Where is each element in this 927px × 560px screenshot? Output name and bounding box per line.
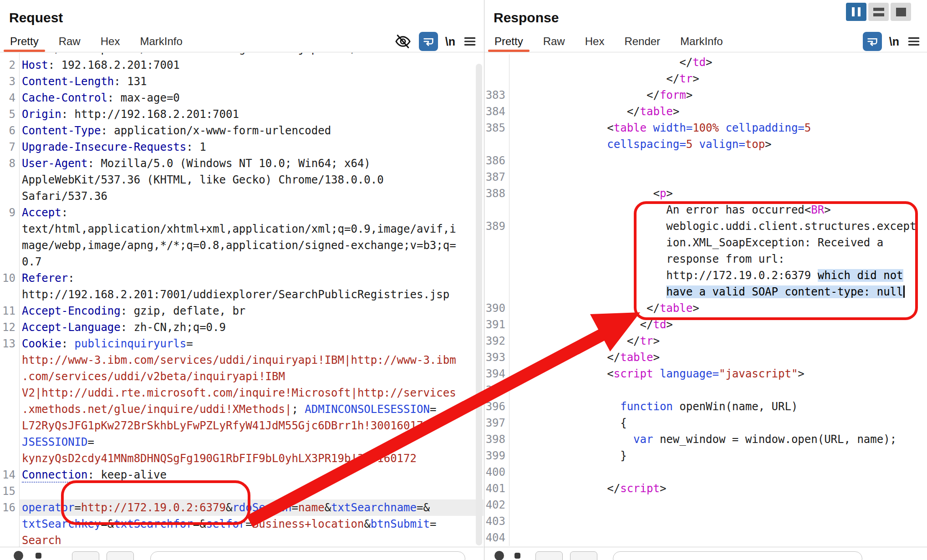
pause-icon[interactable]: [846, 3, 866, 21]
tab-markinfo[interactable]: MarkInfo: [680, 31, 723, 52]
code-line: </td>: [484, 54, 927, 71]
search-icon[interactable]: [14, 551, 23, 560]
code-line: 396 function openWin(name, URL): [484, 398, 927, 415]
code-line: 4Cache-Control: max-age=0: [0, 90, 484, 106]
code-line: 401 </script>: [484, 480, 927, 497]
code-line: mage/webp,image/apng,*/*;q=0.8,applicati…: [0, 237, 484, 254]
code-line: http://192.168.2.201:7001/uddiexplorer/S…: [0, 286, 484, 303]
code-line: 388 <p>: [484, 185, 927, 202]
tab-raw[interactable]: Raw: [543, 31, 565, 52]
response-tabs: PrettyRawHexRenderMarkInfo: [494, 31, 743, 52]
filter-icon[interactable]: [36, 553, 41, 559]
response-toolbar: PrettyRawHexRenderMarkInfo \n: [484, 31, 927, 52]
split-horizontal-icon[interactable]: [868, 3, 889, 21]
search-input[interactable]: [150, 551, 465, 560]
code-line: 402: [484, 497, 927, 513]
tab-render[interactable]: Render: [624, 31, 660, 52]
filter-icon[interactable]: [514, 553, 520, 559]
code-line: AppleWebKit/537.36 (KHTML, like Gecko) C…: [0, 172, 484, 188]
word-wrap-icon[interactable]: [863, 32, 882, 51]
response-code: </td> </tr>383 </form>384 </table>385 <t…: [484, 54, 927, 546]
code-line: .xmethods.net/glue/inquire/uddi!XMethods…: [0, 401, 484, 417]
code-line: L72RyQsJFG1pKw272BrSkhbLyFwPZLyRfyW41JdM…: [0, 417, 484, 434]
maximize-icon[interactable]: [891, 3, 911, 21]
code-line: 404: [484, 529, 927, 546]
code-line: text/html,application/xhtml+xml,applicat…: [0, 221, 484, 237]
code-line: 10Referer:: [0, 270, 484, 286]
code-line: 400: [484, 464, 927, 480]
code-line: txtSearchkey=&txtSearchfor=&selfor=Busin…: [0, 516, 484, 532]
code-line: 391 </td>: [484, 316, 927, 333]
window-controls: [846, 3, 911, 21]
code-line: 6Content-Type: application/x-www-form-ur…: [0, 122, 484, 139]
code-line: kynzyQsD2cdy41MNm8DHNQSgFg190G1RbFIF9bL0…: [0, 450, 484, 467]
code-line: 13Cookie: publicinquiryurls=: [0, 336, 484, 352]
search-icon[interactable]: [494, 551, 504, 560]
code-line: 8User-Agent: Mozilla/5.0 (Windows NT 10.…: [0, 155, 484, 172]
menu-icon[interactable]: [463, 34, 477, 49]
request-scrollbar[interactable]: [476, 64, 482, 545]
code-line: .com/services/uddi/v2beta/inquiryapi!IBM: [0, 368, 484, 385]
code-line: V2|http://uddi.rte.microsoft.com/inquire…: [0, 385, 484, 401]
hide-eye-icon[interactable]: [394, 33, 412, 50]
code-line: 0.7: [0, 254, 484, 270]
request-editor[interactable]: 1POST /uddiexplorer/SearchPublicRegistri…: [0, 53, 484, 547]
code-line: 383 </form>: [484, 87, 927, 103]
code-line: Search: [0, 532, 484, 547]
response-bottom-bar: [484, 547, 927, 560]
code-line: response from url:: [484, 251, 927, 267]
response-panel: Response PrettyRawHexRenderMarkInfo \n: [484, 0, 927, 560]
request-panel: Request PrettyRawHexMarkInfo: [0, 0, 484, 560]
code-line: 386: [484, 153, 927, 169]
code-line: An error has occurred<BR>: [484, 202, 927, 218]
response-toolbar-icons: \n: [863, 32, 927, 51]
code-line: 14Connection: keep-alive: [0, 467, 484, 483]
code-line: have a valid SOAP content-type: null: [484, 284, 927, 300]
code-line: 1POST /uddiexplorer/SearchPublicRegistri…: [0, 53, 484, 57]
tab-raw[interactable]: Raw: [59, 31, 81, 52]
bottom-button[interactable]: [570, 551, 597, 560]
code-line: http://www-3.ibm.com/services/uddi/inqui…: [0, 352, 484, 368]
request-tabs: PrettyRawHexMarkInfo: [10, 31, 203, 52]
tab-pretty[interactable]: Pretty: [10, 31, 39, 52]
code-line: 5Origin: http://192.168.2.201:7001: [0, 106, 484, 122]
tab-pretty[interactable]: Pretty: [494, 31, 523, 52]
code-line: 399 }: [484, 448, 927, 464]
request-code: 1POST /uddiexplorer/SearchPublicRegistri…: [0, 53, 484, 547]
tab-hex[interactable]: Hex: [585, 31, 605, 52]
menu-icon[interactable]: [907, 34, 921, 49]
pause-glyph: [852, 7, 861, 16]
bottom-button[interactable]: [107, 551, 134, 560]
code-line: 389 weblogic.uddi.client.structures.exce…: [484, 218, 927, 234]
code-line: ion.XML_SoapException: Received a: [484, 234, 927, 251]
code-line: </tr>: [484, 71, 927, 87]
newline-icon[interactable]: \n: [445, 35, 455, 48]
code-line: 9Accept:: [0, 204, 484, 221]
code-line: 387: [484, 169, 927, 185]
tab-markinfo[interactable]: MarkInfo: [140, 31, 182, 52]
search-input[interactable]: [613, 551, 862, 560]
bottom-button[interactable]: [535, 551, 563, 560]
http-message-editor: Request PrettyRawHexMarkInfo: [0, 0, 927, 560]
code-line: 384 </table>: [484, 103, 927, 120]
code-line: 398 var new_window = window.open(URL, na…: [484, 431, 927, 448]
code-line: 395: [484, 382, 927, 398]
code-line: 393 </table>: [484, 349, 927, 366]
request-panel-title: Request: [9, 10, 484, 26]
code-line: Safari/537.36: [0, 188, 484, 204]
code-line: 11Accept-Encoding: gzip, deflate, br: [0, 303, 484, 319]
code-line: JSESSIONID=: [0, 434, 484, 450]
word-wrap-icon[interactable]: [419, 32, 438, 51]
newline-icon[interactable]: \n: [889, 35, 899, 48]
code-line: 2Host: 192.168.2.201:7001: [0, 57, 484, 73]
code-line: 397 {: [484, 415, 927, 431]
request-bottom-bar: [0, 547, 484, 560]
response-editor[interactable]: </td> </tr>383 </form>384 </table>385 <t…: [484, 53, 927, 547]
code-line: 403: [484, 513, 927, 529]
code-line: 7Upgrade-Insecure-Requests: 1: [0, 139, 484, 155]
code-line: cellspacing=5 valign=top>: [484, 136, 927, 153]
bottom-button[interactable]: [72, 551, 99, 560]
tab-hex[interactable]: Hex: [101, 31, 120, 52]
code-line: 394 <script language="javascript">: [484, 366, 927, 382]
maximize-glyph: [896, 8, 906, 16]
